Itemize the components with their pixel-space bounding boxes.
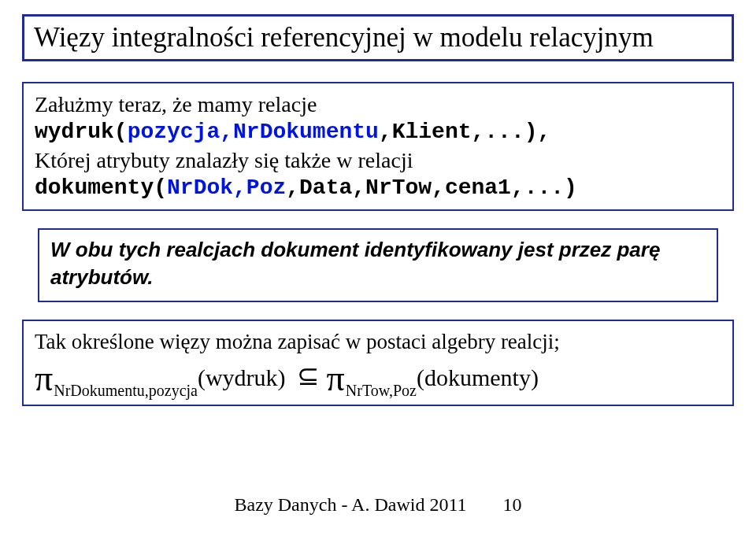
intro-text: Załużmy teraz, że mamy relacje bbox=[35, 90, 721, 120]
code1a: wydruk( bbox=[35, 120, 128, 144]
algebra-formula: π NrDokumentu,pozycja (wydruk) ⊆ π NrTow… bbox=[35, 360, 721, 395]
subscript-1: NrDokumentu,pozycja bbox=[54, 383, 198, 398]
pi-symbol-1: π bbox=[35, 362, 53, 395]
sub-text: Której atrybuty znalazły się także w rel… bbox=[35, 146, 721, 176]
relation-dokumenty: dokumenty(NrDok,Poz,Data,NrTow,cena1,...… bbox=[35, 176, 721, 200]
algebra-box: Tak określone więzy można zapisać w post… bbox=[22, 320, 734, 406]
relations-box: Załużmy teraz, że mamy relacje wydruk(po… bbox=[22, 82, 734, 211]
arg-2: (dokumenty) bbox=[417, 360, 539, 395]
footer: Bazy Danych - A. Dawid 2011 10 bbox=[0, 494, 756, 516]
subscript-2: NrTow,Poz bbox=[346, 383, 417, 398]
code1c: ,Klient,...), bbox=[379, 120, 550, 144]
subset-symbol: ⊆ bbox=[297, 359, 319, 394]
slide-title: Więzy integralności referencyjnej w mode… bbox=[34, 21, 722, 54]
pi-symbol-2: π bbox=[327, 362, 345, 395]
slide-title-box: Więzy integralności referencyjnej w mode… bbox=[22, 14, 734, 61]
algebra-intro: Tak określone więzy można zapisać w post… bbox=[35, 327, 721, 356]
code1b: pozycja,NrDokumentu bbox=[128, 120, 379, 144]
identification-box: W obu tych realcjach dokument identyfiko… bbox=[38, 228, 718, 302]
page-number: 10 bbox=[503, 494, 522, 516]
pi-right: π NrTow,Poz bbox=[327, 362, 417, 395]
identification-box-wrap: W obu tych realcjach dokument identyfiko… bbox=[22, 228, 734, 302]
pi-left: π NrDokumentu,pozycja bbox=[35, 362, 198, 395]
arg-1: (wydruk) bbox=[198, 360, 286, 395]
code2c: ,Data,NrTow,cena1,...) bbox=[286, 176, 577, 200]
code2b: NrDok,Poz bbox=[167, 176, 286, 200]
code2a: dokumenty( bbox=[35, 176, 167, 200]
footer-text: Bazy Danych - A. Dawid 2011 bbox=[234, 494, 466, 515]
relation-wydruk: wydruk(pozycja,NrDokumentu,Klient,...), bbox=[35, 120, 721, 144]
